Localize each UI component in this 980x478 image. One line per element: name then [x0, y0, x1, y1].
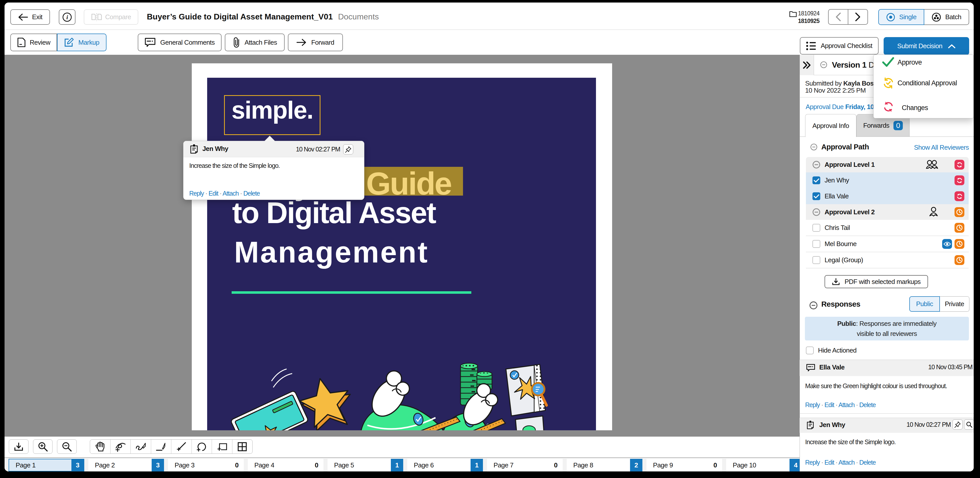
svg-text:i: i: [66, 14, 68, 21]
